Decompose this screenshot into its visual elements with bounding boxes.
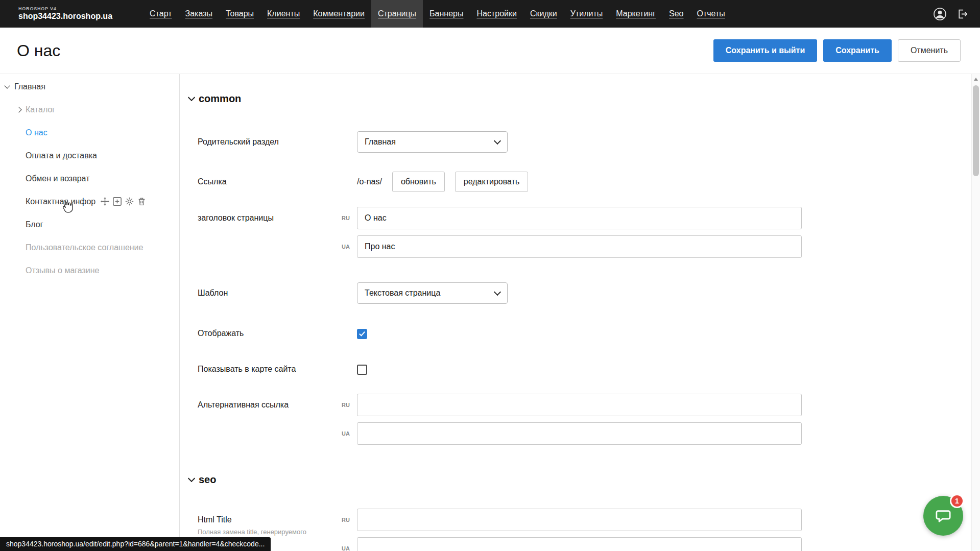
page-url-path: /o-nas/ [357,177,382,186]
section-seo-toggle[interactable]: seo [189,473,971,486]
alt-link-ua-input[interactable] [357,422,802,445]
template-select[interactable]: Текстовая страница [357,282,508,304]
parent-section-row: Родительский раздел Главная [198,131,971,153]
html-title-ua-input[interactable] [357,537,802,551]
field-label: Родительский раздел [198,131,357,153]
field-label: Отображать [198,327,357,340]
menu-item-reports[interactable]: Отчеты [690,0,732,28]
field-label: заголовок страницы [198,207,357,229]
sidebar-item-exchange-return[interactable]: Обмен и возврат [0,167,179,190]
display-row: Отображать [198,327,971,340]
section-title: seo [199,474,216,486]
save-button[interactable]: Сохранить [823,39,892,62]
cancel-button[interactable]: Отменить [898,39,961,62]
sidebar-item-user-agreement[interactable]: Пользовательское соглашение [0,236,179,259]
page-title-row: заголовок страницы RU UA [198,207,971,258]
select-value: Главная [365,137,396,147]
menu-item-comments[interactable]: Комментарии [306,0,371,28]
menu-item-discounts[interactable]: Скидки [523,0,564,28]
sidebar-item-label: Контактная инфор [26,197,95,206]
sidebar-item-catalog[interactable]: Каталог [0,98,179,121]
pages-tree-sidebar: Главная Каталог О нас Оплата и доставка … [0,74,180,551]
user-icon[interactable] [933,7,947,21]
chevron-down-icon [188,94,195,101]
section-title: common [199,93,241,105]
field-label: Ссылка [198,172,357,192]
sidebar-item-contact-info[interactable]: Контактная инфор [0,190,179,213]
scrollbar-thumb[interactable] [973,85,979,176]
sidebar-item-store-reviews[interactable]: Отзывы о магазине [0,259,179,282]
sidebar-item-label: Обмен и возврат [26,174,89,183]
sitemap-checkbox[interactable] [357,365,367,375]
link-status-tooltip: shop34423.horoshop.ua/edit/edit.php?id=6… [0,537,271,551]
section-common-toggle[interactable]: common [189,92,971,105]
add-icon[interactable] [113,197,122,206]
lang-tag-ru: RU [342,402,350,408]
chat-icon [933,506,953,526]
chevron-down-icon [494,289,501,296]
alt-link-ru-input[interactable] [357,394,802,416]
menu-item-seo[interactable]: Seo [662,0,690,28]
menu-item-clients[interactable]: Клиенты [260,0,306,28]
topbar-menu: Старт Заказы Товары Клиенты Комментарии … [143,0,732,28]
link-row: Ссылка /o-nas/ обновить редактировать [198,172,971,192]
sidebar-item-label: Пользовательское соглашение [26,243,143,252]
sidebar-item-label: О нас [26,128,47,137]
lang-tag-ua: UA [342,244,350,250]
save-and-exit-button[interactable]: Сохранить и выйти [713,39,817,62]
field-label: Шаблон [198,282,357,304]
menu-item-products[interactable]: Товары [219,0,260,28]
tree-row-actions [101,197,146,206]
chevron-right-icon [16,107,21,112]
template-row: Шаблон Текстовая страница [198,282,971,304]
settings-icon[interactable] [125,197,134,206]
app-logo[interactable]: HOROSHOP V4 shop34423.horoshop.ua [18,7,112,20]
sidebar-item-home[interactable]: Главная [0,75,179,98]
sidebar-item-label: Главная [14,82,45,91]
chat-launcher-button[interactable]: 1 [923,496,963,536]
parent-section-select[interactable]: Главная [357,131,508,153]
menu-item-banners[interactable]: Баннеры [423,0,470,28]
page-title-ua-input[interactable] [357,235,802,258]
lang-tag-ua: UA [342,545,350,551]
logout-icon[interactable] [956,8,969,20]
menu-item-utilities[interactable]: Утилиты [564,0,610,28]
menu-item-pages[interactable]: Страницы [371,0,423,28]
sidebar-item-label: Каталог [26,105,55,114]
menu-item-orders[interactable]: Заказы [179,0,219,28]
lang-tag-ru: RU [342,215,350,221]
select-value: Текстовая страница [365,289,440,298]
sidebar-item-label: Блог [26,220,43,229]
edit-link-button[interactable]: редактировать [455,172,528,192]
move-icon[interactable] [101,197,109,206]
menu-item-marketing[interactable]: Маркетинг [609,0,662,28]
page-edit-form: common Родительский раздел Главная Ссылк… [180,74,971,551]
field-label: Html Title Полная замена title, генериру… [198,509,357,536]
chevron-down-icon [188,475,195,482]
menu-item-settings[interactable]: Настройки [470,0,523,28]
sidebar-item-blog[interactable]: Блог [0,213,179,236]
html-title-row: Html Title Полная замена title, генериру… [198,509,971,551]
sidebar-item-about[interactable]: О нас [0,121,179,144]
delete-icon[interactable] [137,197,146,206]
scroll-up-icon[interactable] [974,78,978,81]
html-title-ru-input[interactable] [357,509,802,531]
display-checkbox[interactable] [357,329,367,339]
sidebar-item-label: Оплата и доставка [26,151,97,160]
chat-unread-badge: 1 [950,494,964,508]
vertical-scrollbar[interactable] [971,74,980,551]
topbar: HOROSHOP V4 shop34423.horoshop.ua Старт … [0,0,980,28]
page-title-ru-input[interactable] [357,207,802,229]
sitemap-row: Показывать в карте сайта [198,363,971,375]
logo-version-label: HOROSHOP V4 [18,7,112,12]
menu-item-start[interactable]: Старт [143,0,178,28]
field-label: Показывать в карте сайта [198,363,357,375]
page-header: О нас Сохранить и выйти Сохранить Отмени… [0,28,980,74]
refresh-link-button[interactable]: обновить [392,172,445,192]
field-hint: Полная замена title, генерируемого [198,528,357,536]
lang-tag-ru: RU [342,517,350,523]
logo-domain-label: shop34423.horoshop.ua [18,12,112,21]
sidebar-item-payment-delivery[interactable]: Оплата и доставка [0,144,179,167]
field-label: Альтернативная ссылка [198,394,357,416]
chevron-down-icon [4,83,10,88]
